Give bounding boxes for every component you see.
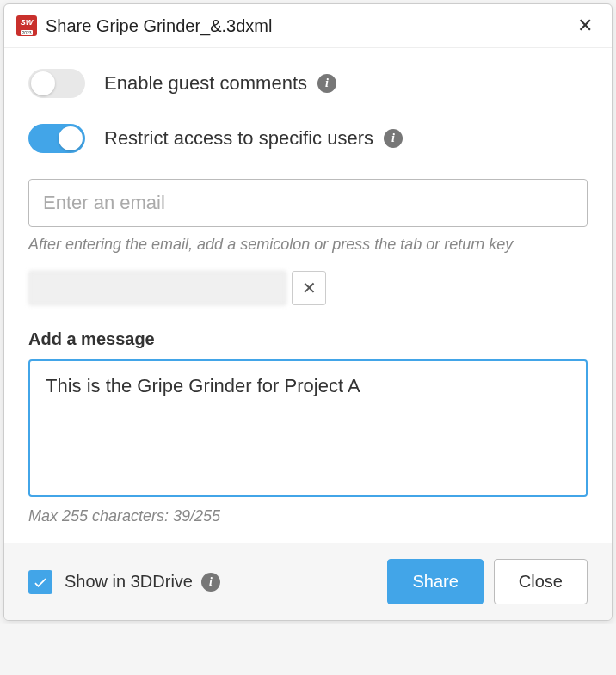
recipient-chip[interactable]: [28, 271, 286, 305]
guest-comments-label: Enable guest comments: [104, 72, 307, 95]
toggle-knob: [59, 126, 83, 150]
dialog-footer: Show in 3DDrive i Share Close: [4, 543, 612, 620]
dialog-content: Enable guest comments i Restrict access …: [4, 48, 612, 543]
info-icon[interactable]: i: [201, 573, 220, 592]
guest-comments-row: Enable guest comments i: [28, 69, 588, 98]
share-button[interactable]: Share: [387, 559, 483, 604]
show-in-drive-checkbox[interactable]: [28, 570, 52, 594]
titlebar: Share Gripe Grinder_&.3dxml ✕: [4, 4, 612, 48]
restrict-access-label: Restrict access to specific users: [104, 127, 373, 150]
share-dialog: Share Gripe Grinder_&.3dxml ✕ Enable gue…: [3, 3, 613, 621]
close-icon[interactable]: ✕: [570, 13, 600, 39]
dialog-title: Share Gripe Grinder_&.3dxml: [46, 16, 570, 36]
email-input[interactable]: [28, 179, 588, 227]
restrict-access-toggle[interactable]: [28, 124, 85, 153]
app-icon: [16, 15, 37, 36]
recipient-chip-row: ✕: [28, 271, 588, 305]
close-button[interactable]: Close: [494, 559, 588, 604]
check-icon: [32, 574, 49, 591]
message-label: Add a message: [28, 329, 588, 349]
show-in-drive-label: Show in 3DDrive: [65, 572, 193, 592]
remove-recipient-button[interactable]: ✕: [292, 271, 326, 305]
guest-comments-toggle[interactable]: [28, 69, 85, 98]
character-counter: Max 255 characters: 39/255: [28, 507, 588, 525]
restrict-access-row: Restrict access to specific users i: [28, 124, 588, 153]
info-icon[interactable]: i: [384, 129, 403, 148]
message-textarea[interactable]: [28, 359, 588, 497]
email-hint: After entering the email, add a semicolo…: [28, 236, 588, 254]
toggle-knob: [31, 71, 55, 95]
info-icon[interactable]: i: [317, 74, 336, 93]
